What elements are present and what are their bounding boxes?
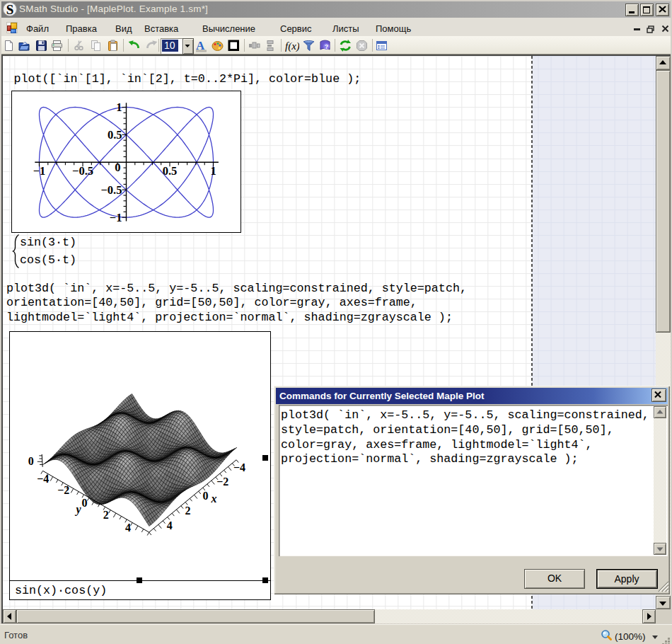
svg-text:0: 0 — [203, 490, 209, 502]
svg-text:f(x): f(x) — [285, 40, 299, 52]
svg-text:−4: −4 — [37, 472, 49, 484]
svg-text:1: 1 — [116, 100, 122, 114]
svg-text:0.5: 0.5 — [163, 164, 178, 178]
svg-text:4: 4 — [167, 519, 173, 531]
svg-text:−1: −1 — [110, 211, 122, 224]
svg-text:−4: −4 — [233, 461, 245, 473]
svg-text:x: x — [211, 493, 217, 505]
svg-text:1: 1 — [210, 164, 216, 178]
svg-text:−2: −2 — [216, 476, 228, 488]
svg-text:0: 0 — [82, 496, 88, 508]
svg-text:−2: −2 — [57, 484, 69, 496]
svg-text:2: 2 — [103, 509, 109, 521]
svg-text:S: S — [6, 2, 14, 16]
svg-text:−0.5: −0.5 — [100, 183, 122, 197]
svg-text:4: 4 — [125, 522, 131, 534]
svg-text:0: 0 — [115, 161, 120, 174]
svg-text:y: y — [75, 502, 82, 515]
svg-text:0: 0 — [28, 455, 34, 467]
svg-text:?: ? — [325, 43, 329, 50]
svg-text:2: 2 — [185, 505, 191, 517]
svg-text:−0.5: −0.5 — [72, 164, 93, 178]
svg-text:0.5: 0.5 — [108, 128, 122, 142]
svg-text:−1: −1 — [33, 164, 46, 178]
